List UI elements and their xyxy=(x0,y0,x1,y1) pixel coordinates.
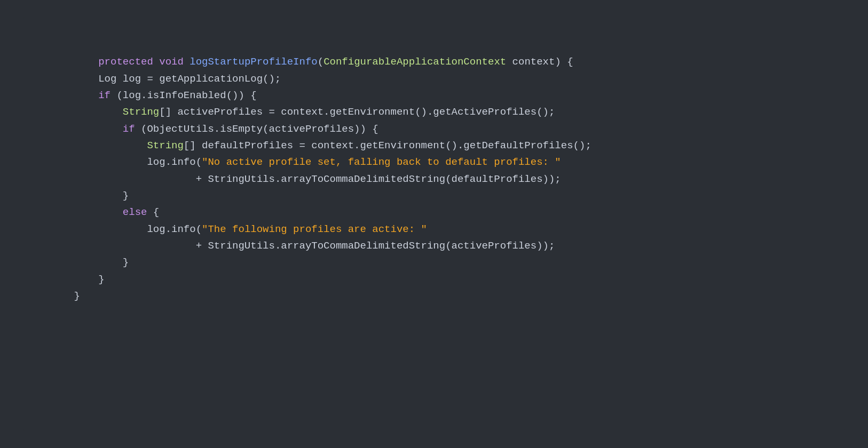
keyword-void: void xyxy=(159,56,184,68)
keyword-protected: protected xyxy=(98,56,153,68)
param-name: context) { xyxy=(506,56,573,68)
line-11: log.info("The following profiles are act… xyxy=(50,223,427,235)
keyword-if-1: if xyxy=(98,90,111,101)
close-brace-4: } xyxy=(74,290,80,302)
code-container: protected void logStartupProfileInfo(Con… xyxy=(23,16,845,432)
line-2: Log log = getApplicationLog(); xyxy=(50,73,281,85)
line-5: if (ObjectUtils.isEmpty(activeProfiles))… xyxy=(50,123,378,135)
log-info-call-2: log.info( xyxy=(147,223,202,235)
close-brace-1: } xyxy=(123,190,129,202)
log-declaration: Log log = getApplicationLog(); xyxy=(98,73,281,85)
line-10: else { xyxy=(50,206,159,218)
param-type: ConfigurableApplicationContext xyxy=(323,56,506,68)
string-literal-1: "No active profile set, falling back to … xyxy=(202,156,561,168)
if-condition-1: (log.isInfoEnabled()) { xyxy=(111,90,257,101)
else-brace: { xyxy=(147,206,159,218)
line-6: String[] defaultProfiles = context.getEn… xyxy=(50,140,591,151)
default-profiles-decl: [] defaultProfiles = context.getEnvironm… xyxy=(184,140,591,151)
line-13: } xyxy=(50,257,129,268)
line-12: + StringUtils.arrayToCommaDelimitedStrin… xyxy=(50,240,555,252)
if-condition-2: (ObjectUtils.isEmpty(activeProfiles)) { xyxy=(135,123,378,135)
concat-active-profiles: + StringUtils.arrayToCommaDelimitedStrin… xyxy=(196,240,555,252)
close-brace-2: } xyxy=(123,257,129,268)
line-1: protected void logStartupProfileInfo(Con… xyxy=(74,56,573,68)
paren-open: ( xyxy=(318,56,323,68)
line-7: log.info("No active profile set, falling… xyxy=(50,156,561,168)
string-literal-2: "The following profiles are active: " xyxy=(202,223,427,235)
line-14: } xyxy=(50,274,105,285)
keyword-else: else xyxy=(123,206,147,218)
type-string-1: String xyxy=(123,106,159,118)
line-4: String[] activeProfiles = context.getEnv… xyxy=(50,106,555,118)
close-brace-3: } xyxy=(98,274,104,285)
keyword-if-2: if xyxy=(123,123,135,135)
method-name: logStartupProfileInfo xyxy=(190,56,317,68)
code-block: protected void logStartupProfileInfo(Con… xyxy=(50,37,818,322)
line-3: if (log.isInfoEnabled()) { xyxy=(50,90,257,101)
line-9: } xyxy=(50,190,129,202)
log-info-call-1: log.info( xyxy=(147,156,202,168)
line-8: + StringUtils.arrayToCommaDelimitedStrin… xyxy=(50,173,561,185)
active-profiles-decl: [] activeProfiles = context.getEnvironme… xyxy=(159,106,555,118)
line-15: } xyxy=(50,290,80,302)
type-string-2: String xyxy=(147,140,183,151)
concat-default-profiles: + StringUtils.arrayToCommaDelimitedStrin… xyxy=(196,173,561,185)
